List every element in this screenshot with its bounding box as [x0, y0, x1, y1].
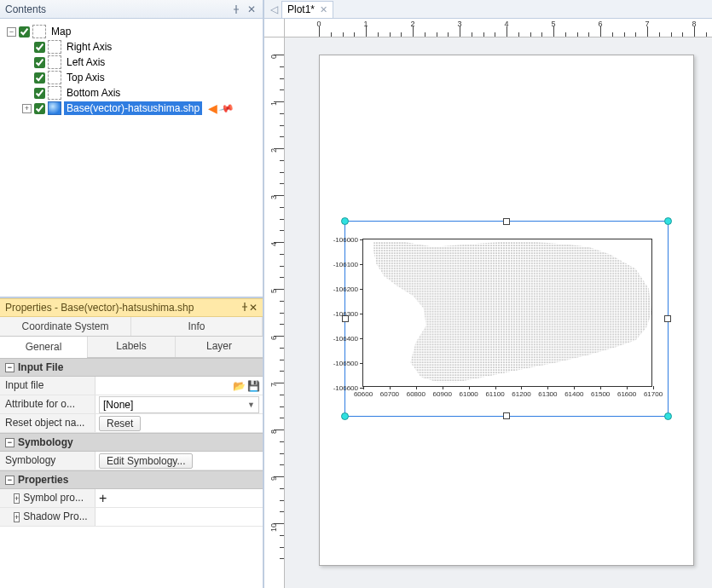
axis-icon [48, 55, 61, 69]
pin-icon[interactable]: 📌 [218, 100, 235, 117]
svg-marker-1 [373, 242, 651, 382]
tree-node-base-layer[interactable]: +Base(vector)-hatsushima.shp◀📌 [20, 101, 259, 116]
tab-labels[interactable]: Labels [87, 337, 175, 357]
globe-icon [48, 101, 61, 115]
collapse-icon[interactable]: − [5, 476, 14, 485]
tree-node-axis[interactable]: Right Axis [20, 39, 259, 55]
axis-icon [48, 40, 61, 54]
tree-label: Bottom Axis [64, 86, 123, 100]
prop-row-attribute: Attribute for o... [None] ▼ [0, 395, 263, 414]
expand-icon[interactable]: + [22, 104, 32, 113]
section-input-file[interactable]: − Input File [0, 358, 263, 377]
collapse-icon[interactable]: − [7, 27, 16, 37]
section-title: Properties [18, 474, 68, 486]
document-tab-bar: ◁ Plot1* ✕ [264, 0, 712, 19]
document-tab[interactable]: Plot1* ✕ [281, 1, 333, 18]
anchor-tl[interactable] [341, 217, 349, 225]
properties-body: − Input File Input file 📂 💾 Attribute fo… [0, 358, 263, 588]
tree-node-axis[interactable]: Top Axis [20, 70, 259, 85]
tree-node-axis[interactable]: Bottom Axis [20, 85, 259, 101]
document-tab-label: Plot1* [287, 3, 315, 15]
ruler-horizontal: 012345678 [285, 19, 712, 37]
axis-icon [48, 71, 61, 84]
section-symbology[interactable]: − Symbology [0, 433, 263, 452]
prop-label: Symbology [0, 452, 96, 470]
map-icon [32, 25, 46, 38]
checkbox-axis[interactable] [34, 88, 45, 99]
section-title: Input File [18, 361, 63, 373]
pin-icon[interactable] [230, 3, 242, 15]
reset-button[interactable]: Reset [99, 416, 141, 431]
prop-label: Attribute for o... [0, 395, 96, 413]
close-icon[interactable]: ✕ [246, 3, 258, 15]
document-area[interactable]: 012345678 012345678910 -106600-106500-10… [264, 19, 712, 588]
prop-row-symbology: Symbology Edit Symbology... [0, 452, 263, 470]
tree-label-selected: Base(vector)-hatsushima.shp [64, 101, 202, 115]
prop-label: Shadow Pro... [23, 510, 87, 522]
anchor-bl[interactable] [341, 412, 349, 420]
collapse-icon[interactable]: − [5, 363, 14, 372]
axis-icon [48, 86, 61, 100]
collapse-icon[interactable]: − [5, 438, 14, 447]
close-icon[interactable]: ✕ [249, 302, 258, 314]
property-tabs-upper: Coordinate System Info [0, 317, 263, 337]
tree-node-axis[interactable]: Left Axis [20, 55, 259, 70]
checkbox-map[interactable] [19, 26, 30, 37]
plot-selection-box[interactable]: -106600-106500-106400-106300-106200-1061… [344, 221, 669, 417]
prop-label: Symbol pro... [23, 492, 84, 504]
checkbox-layer[interactable] [34, 103, 45, 114]
contents-title: Contents [5, 3, 46, 15]
tree-label: Top Axis [64, 71, 107, 84]
handle-right[interactable] [664, 315, 671, 322]
section-title: Symbology [18, 436, 73, 448]
handle-top[interactable] [503, 218, 510, 225]
tree-label: Left Axis [64, 55, 107, 69]
prop-row-symbol-properties[interactable]: +Symbol pro... + [0, 489, 263, 508]
prop-row-shadow-properties[interactable]: +Shadow Pro... [0, 508, 263, 527]
tab-close-icon[interactable]: ✕ [320, 4, 327, 15]
anchor-tr[interactable] [664, 217, 672, 225]
cross-marker-icon: + [99, 493, 107, 504]
tab-prev-icon[interactable]: ◁ [268, 3, 280, 15]
properties-title: Properties - Base(vector)-hatsushima.shp [5, 302, 194, 314]
attribute-dropdown[interactable]: [None] ▼ [99, 396, 259, 413]
tab-layer[interactable]: Layer [175, 337, 263, 357]
save-icon[interactable]: 💾 [247, 380, 259, 392]
tab-general[interactable]: General [0, 337, 87, 358]
input-file-field[interactable] [99, 378, 230, 394]
pin-icon[interactable] [240, 302, 249, 314]
prop-row-input-file: Input file 📂 💾 [0, 377, 263, 395]
prop-row-reset: Reset object na... Reset [0, 414, 263, 433]
edit-symbology-button[interactable]: Edit Symbology... [99, 453, 193, 469]
arrow-left-icon: ◀ [208, 101, 217, 115]
plot-shape [363, 239, 651, 387]
ruler-corner [264, 19, 285, 37]
tab-info[interactable]: Info [131, 317, 263, 336]
property-tabs-lower: General Labels Layer [0, 337, 263, 358]
checkbox-axis[interactable] [34, 42, 45, 53]
open-folder-icon[interactable]: 📂 [233, 380, 245, 392]
checkbox-axis[interactable] [34, 72, 45, 84]
dropdown-value: [None] [103, 399, 133, 411]
tree-label: Right Axis [64, 40, 114, 54]
plot-axes-box: -106600-106500-106400-106300-106200-1061… [362, 239, 652, 387]
prop-label: Input file [0, 377, 96, 395]
anchor-br[interactable] [664, 412, 672, 420]
ruler-vertical: 012345678910 [264, 37, 285, 588]
plot-canvas[interactable]: -106600-106500-106400-106300-106200-1061… [285, 37, 712, 588]
properties-panel-header: Properties - Base(vector)-hatsushima.shp… [0, 298, 263, 317]
tree-node-map[interactable]: − Map [5, 24, 259, 39]
handle-bottom[interactable] [503, 412, 510, 419]
section-properties[interactable]: − Properties [0, 470, 263, 489]
contents-panel-header: Contents ✕ [0, 0, 263, 19]
checkbox-axis[interactable] [34, 57, 45, 68]
prop-label: Reset object na... [0, 414, 96, 432]
expand-icon[interactable]: + [14, 512, 20, 522]
expand-icon[interactable]: + [14, 493, 20, 504]
chevron-down-icon: ▼ [247, 401, 255, 409]
tree-label: Map [49, 25, 73, 38]
tab-coordinate-system[interactable]: Coordinate System [0, 317, 131, 336]
contents-tree[interactable]: − Map Right AxisLeft AxisTop AxisBottom … [0, 19, 263, 298]
